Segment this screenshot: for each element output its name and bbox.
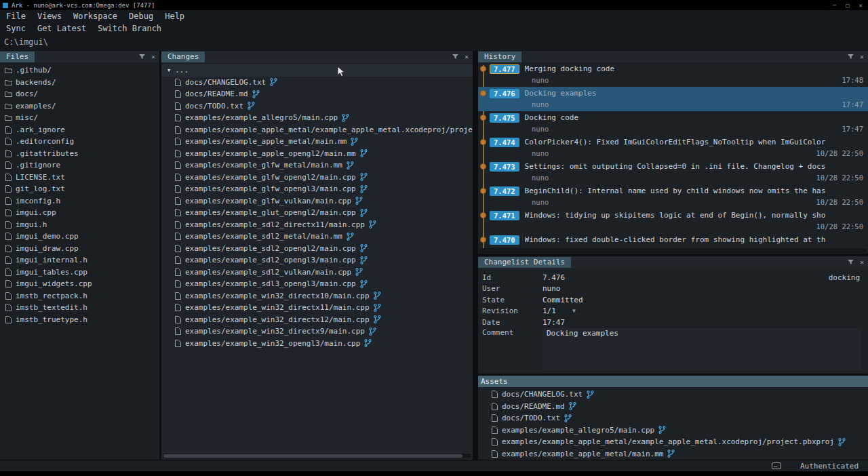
changed-file-row[interactable]: examples/example_sdl2_vulkan/main.cpp xyxy=(161,266,473,279)
asset-file-row[interactable]: examples/example_apple_metal/main.mm xyxy=(478,448,868,459)
assets-header[interactable]: Assets xyxy=(478,376,868,387)
file-tree-item[interactable]: .gitattributes xyxy=(0,148,159,160)
close-button[interactable]: ✕ xyxy=(859,2,863,9)
branch-icon xyxy=(667,450,675,458)
horizontal-scrollbar[interactable] xyxy=(163,454,471,458)
changed-file-row[interactable]: examples/example_sdl2_metal/main.mm xyxy=(161,231,473,243)
file-tree-item[interactable]: .ark_ignore xyxy=(0,124,159,136)
changed-file-row[interactable]: examples/example_apple_metal/main.mm xyxy=(161,136,473,148)
changed-file-row[interactable]: examples/example_win32_directx12/main.cp… xyxy=(161,314,473,326)
history-entry[interactable]: 7.472 BeginChild(): Internal name used b… xyxy=(478,184,868,209)
file-tree-item[interactable]: .gitignore xyxy=(0,159,159,172)
comment-field[interactable]: Docking examples xyxy=(542,328,862,371)
close-panel-icon[interactable]: ✕ xyxy=(465,54,469,60)
file-tree-item[interactable]: .editorconfig xyxy=(0,136,159,148)
filter-icon[interactable] xyxy=(139,54,145,60)
scrollbar-thumb[interactable] xyxy=(163,454,462,458)
menu-item[interactable]: Debug xyxy=(129,12,153,21)
changed-file-row[interactable]: examples/example_sdl2_opengl2/main.cpp xyxy=(161,243,473,255)
history-tab[interactable]: History xyxy=(478,52,521,62)
history-entry[interactable]: 7.474 ColorPicker4(): Fixed ImGuiColorEd… xyxy=(478,136,868,160)
commit-time: 10/28 22:50 xyxy=(816,222,868,231)
file-tree-item[interactable]: imgui_internal.h xyxy=(0,254,159,266)
asset-file-row[interactable]: examples/example_allegro5/main.cpp xyxy=(478,424,868,437)
chevron-down-icon[interactable]: ▼ xyxy=(572,308,576,314)
changed-file-row[interactable]: examples/example_glfw_vulkan/main.cpp xyxy=(161,195,473,207)
file-tree-item[interactable]: backends/ xyxy=(0,77,159,89)
file-tree-item[interactable]: imstb_truetype.h xyxy=(0,314,159,326)
branch-icon xyxy=(587,391,594,399)
toolbar-button[interactable]: Switch Branch xyxy=(98,24,161,33)
changed-file-row[interactable]: docs/README.md xyxy=(161,88,473,100)
changed-file-row[interactable]: examples/example_sdl2_directx11/main.cpp xyxy=(161,219,473,231)
file-tree-item[interactable]: LICENSE.txt xyxy=(0,172,159,184)
file-tree-item[interactable]: imgui_demo.cpp xyxy=(0,231,159,243)
changed-file-row[interactable]: examples/example_sdl3_opengl3/main.cpp xyxy=(161,278,473,290)
asset-file-row[interactable]: docs/TODO.txt xyxy=(478,412,868,424)
changed-file-row[interactable]: examples/example_apple_metal/example_app… xyxy=(161,124,473,136)
close-panel-icon[interactable]: ✕ xyxy=(860,259,864,266)
file-tree-item[interactable]: git_log.txt xyxy=(0,183,159,195)
file-tree-item[interactable]: examples/ xyxy=(0,100,159,113)
changed-file-row[interactable]: examples/example_sdl2_opengl3/main.cpp xyxy=(161,254,473,266)
files-tab[interactable]: Files xyxy=(0,52,35,62)
asset-file-row[interactable]: examples/example_apple_metal/example_app… xyxy=(478,436,868,448)
changed-file-row[interactable]: examples/example_win32_directx11/main.cp… xyxy=(161,302,473,314)
changed-file-row[interactable]: examples/example_apple_opengl2/main.mm xyxy=(161,148,473,160)
changed-file-row[interactable]: examples/example_glfw_metal/main.mm xyxy=(161,159,473,172)
toolbar-button[interactable]: Sync xyxy=(6,24,26,33)
changed-file-row[interactable]: docs/TODO.txt xyxy=(161,100,473,113)
changed-file-path: docs/TODO.txt xyxy=(185,102,243,111)
history-entry[interactable]: 7.476 Docking examples nuno 17:47 xyxy=(478,87,868,111)
changed-file-row[interactable]: examples/example_glfw_opengl3/main.cpp xyxy=(161,183,473,195)
file-tree-item[interactable]: .github/ xyxy=(0,64,159,77)
history-entry[interactable]: 7.475 Docking code nuno 17:47 xyxy=(478,111,868,136)
changed-file-row[interactable]: examples/example_win32_directx10/main.cp… xyxy=(161,290,473,302)
changed-file-row[interactable]: examples/example_win32_opengl3/main.cpp xyxy=(161,338,473,350)
file-tree-label: imstb_textedit.h xyxy=(16,303,87,312)
changed-file-row[interactable]: examples/example_win32_directx9/main.cpp xyxy=(161,325,473,338)
file-tree-item[interactable]: misc/ xyxy=(0,112,159,124)
changed-file-row[interactable]: docs/CHANGELOG.txt xyxy=(161,77,473,89)
toolbar-button[interactable]: Get Latest xyxy=(37,24,86,33)
file-tree-item[interactable]: imgui_widgets.cpp xyxy=(0,278,159,290)
horizontal-scrollbar[interactable] xyxy=(479,248,867,253)
menu-item[interactable]: Help xyxy=(165,12,184,21)
history-entry[interactable]: 7.470 Windows: fixed double-clicked bord… xyxy=(478,233,868,248)
file-tree-item[interactable]: imstb_textedit.h xyxy=(0,302,159,314)
file-tree-item[interactable]: imstb_rectpack.h xyxy=(0,290,159,302)
file-tree-item[interactable]: imconfig.h xyxy=(0,195,159,207)
minimize-button[interactable]: ─ xyxy=(833,2,836,9)
file-tree-item[interactable]: imgui.h xyxy=(0,219,159,231)
menu-item[interactable]: File xyxy=(6,12,26,21)
history-entry[interactable]: 7.477 Merging docking code nuno 17:48 xyxy=(478,62,868,87)
filter-icon[interactable] xyxy=(848,54,854,60)
history-entry[interactable]: 7.471 Windows: tidying up skipitems logi… xyxy=(478,209,868,233)
file-tree-item[interactable]: imgui_draw.cpp xyxy=(0,243,159,255)
close-panel-icon[interactable]: ✕ xyxy=(860,54,864,60)
history-entry[interactable]: 7.473 Settings: omit outputing Collapsed… xyxy=(478,160,868,184)
revision-badge: 7.470 xyxy=(490,235,519,245)
file-tree-item[interactable]: docs/ xyxy=(0,88,159,100)
assets-panel: Assets docs/CHANGELOG.txt xyxy=(478,376,868,460)
file-tree-item[interactable]: imgui_tables.cpp xyxy=(0,266,159,279)
filter-icon[interactable] xyxy=(452,54,458,60)
file-tree-label: backends/ xyxy=(16,78,56,87)
changed-file-row[interactable]: examples/example_glut_opengl2/main.cpp xyxy=(161,207,473,219)
asset-file-row[interactable]: docs/README.md xyxy=(478,401,868,413)
changed-file-row[interactable]: examples/example_glfw_opengl2/main.cpp xyxy=(161,172,473,184)
file-tree-item[interactable]: imgui.cpp xyxy=(0,207,159,219)
changes-root-row[interactable]: ▼ ... xyxy=(161,64,473,77)
close-panel-icon[interactable]: ✕ xyxy=(151,54,155,60)
details-tab[interactable]: Changelist Details xyxy=(478,257,571,268)
menu-item[interactable]: Workspace xyxy=(73,12,117,21)
revision-selector[interactable]: 1/1 xyxy=(542,306,556,315)
maximize-button[interactable]: ▢ xyxy=(846,2,849,9)
asset-file-row[interactable]: docs/CHANGELOG.txt xyxy=(478,389,868,401)
filter-icon[interactable] xyxy=(848,259,854,265)
changes-tab[interactable]: Changes xyxy=(161,52,205,62)
file-tree: .github/ backends/ xyxy=(0,62,159,325)
file-tree-label: imconfig.h xyxy=(16,197,60,205)
changed-file-row[interactable]: examples/example_allegro5/main.cpp xyxy=(161,112,473,124)
menu-item[interactable]: Views xyxy=(37,12,62,21)
